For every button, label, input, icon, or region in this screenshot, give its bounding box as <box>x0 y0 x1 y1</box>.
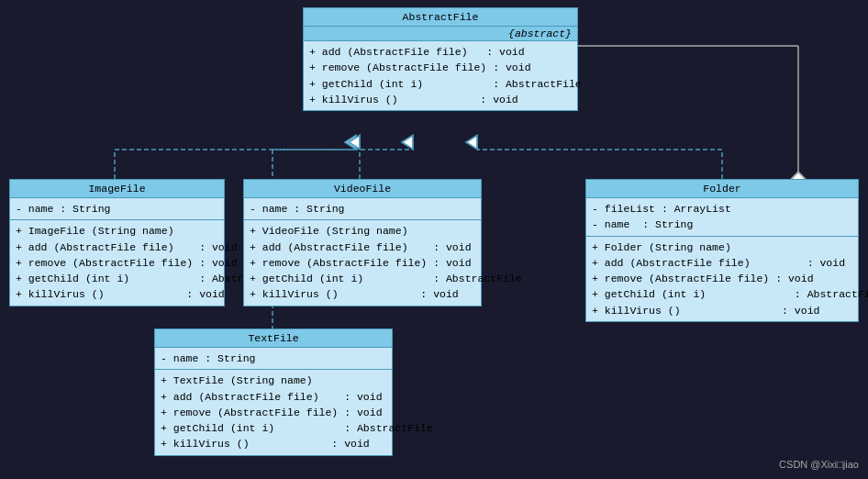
text-file-fields: - name : String <box>155 348 392 370</box>
abstract-file-box: AbstractFile {abstract} + add (AbstractF… <box>303 7 578 111</box>
text-file-title: TextFile <box>155 329 392 348</box>
folder-title: Folder <box>586 180 858 198</box>
video-file-box: VideoFile - name : String + VideoFile (S… <box>243 179 482 306</box>
abstract-file-methods: + add (AbstractFile file) : void + remov… <box>304 41 577 110</box>
folder-box: Folder - fileList : ArrayList - name : S… <box>585 179 859 322</box>
video-file-title: VideoFile <box>244 180 481 198</box>
video-file-methods: + VideoFile (String name) + add (Abstrac… <box>244 220 481 305</box>
image-file-methods: + ImageFile (String name) + add (Abstrac… <box>10 220 224 305</box>
text-file-box: TextFile - name : String + TextFile (Str… <box>154 329 393 456</box>
abstract-file-stereotype: {abstract} <box>304 27 577 41</box>
image-file-title: ImageFile <box>10 180 224 198</box>
image-file-box: ImageFile - name : String + ImageFile (S… <box>9 179 225 306</box>
abstract-file-title: AbstractFile <box>304 8 577 27</box>
folder-fields: - fileList : ArrayList - name : String <box>586 198 858 237</box>
watermark: CSDN @Xixi□jiao <box>779 459 859 470</box>
diagram-area: AbstractFile {abstract} + add (AbstractF… <box>0 0 868 479</box>
video-file-fields: - name : String <box>244 198 481 220</box>
text-file-methods: + TextFile (String name) + add (Abstract… <box>155 370 392 454</box>
folder-methods: + Folder (String name) + add (AbstractFi… <box>586 237 858 321</box>
image-file-fields: - name : String <box>10 198 224 220</box>
